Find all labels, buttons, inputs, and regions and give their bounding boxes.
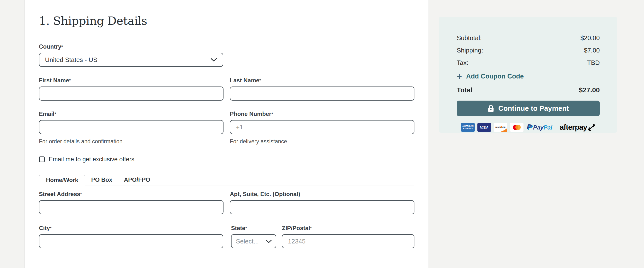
email-helper-text: For order details and confirmation	[39, 138, 224, 145]
state-select[interactable]: Select...	[231, 234, 276, 248]
svg-text:VISA: VISA	[480, 125, 488, 130]
checkout-page: 1. Shipping Details Country* United Stat…	[0, 0, 644, 268]
country-select-value: United States - US	[45, 56, 97, 64]
shipping-label: Shipping:	[457, 47, 483, 53]
continue-to-payment-button[interactable]: Continue to Payment	[457, 101, 600, 116]
apt-suite-field-group: Apt, Suite, Etc. (Optional)	[230, 191, 414, 214]
tab-po-box[interactable]: PO Box	[85, 175, 118, 185]
discover-card-icon: DISCOVER	[494, 123, 507, 132]
continue-to-payment-label: Continue to Payment	[498, 104, 569, 112]
country-select[interactable]: United States - US	[39, 53, 223, 67]
zip-input[interactable]	[282, 234, 414, 248]
phone-label: Phone Number*	[230, 110, 414, 118]
phone-helper-text: For delivery assistance	[230, 138, 414, 145]
tax-row: Tax: TBD	[457, 59, 600, 66]
subtotal-value: $20.00	[580, 35, 600, 41]
last-name-input[interactable]	[230, 86, 414, 101]
subtotal-row: Subtotal: $20.00	[457, 35, 600, 41]
street-address-label: Street Address*	[39, 191, 224, 198]
email-label: Email*	[39, 110, 224, 118]
visa-card-icon: VISA	[478, 123, 491, 132]
first-name-input[interactable]	[39, 86, 224, 101]
required-asterisk: *	[272, 112, 273, 116]
afterpay-logo: afterpay	[560, 123, 595, 132]
zip-label: ZIP/Postal*	[282, 225, 414, 232]
svg-text:P: P	[527, 123, 532, 131]
country-field-group: Country* United States - US	[39, 43, 414, 67]
svg-text:EXPRESS: EXPRESS	[463, 127, 473, 130]
required-asterisk: *	[310, 226, 312, 231]
tax-label: Tax:	[457, 59, 468, 66]
shipping-details-section: 1. Shipping Details Country* United Stat…	[24, 0, 429, 268]
amex-card-icon: AMERICAN EXPRESS	[461, 123, 475, 132]
required-asterisk: *	[80, 192, 82, 197]
required-asterisk: *	[69, 78, 71, 83]
svg-text:AMERICAN: AMERICAN	[462, 125, 474, 127]
add-coupon-link[interactable]: + Add Coupon Code	[457, 73, 600, 80]
zip-field-group: ZIP/Postal*	[282, 225, 414, 248]
total-row: Total $27.00	[457, 87, 600, 94]
total-label: Total	[457, 87, 472, 94]
phone-field-group: Phone Number* For delivery assistance	[230, 110, 414, 145]
last-name-field-group: Last Name*	[230, 77, 414, 101]
email-input[interactable]	[39, 120, 224, 134]
required-asterisk: *	[246, 226, 247, 231]
accepted-payment-methods: AMERICAN EXPRESS VISA DISCOVER P P	[457, 123, 600, 132]
apt-suite-label: Apt, Suite, Etc. (Optional)	[230, 191, 414, 198]
plus-icon: +	[457, 73, 462, 80]
state-field-group: State* Select...	[231, 225, 276, 248]
address-type-tabs: Home/Work PO Box APO/FPO	[39, 175, 414, 185]
add-coupon-label: Add Coupon Code	[466, 73, 524, 80]
email-optin-row: Email me to get exclusive offers	[39, 156, 414, 163]
street-address-input[interactable]	[39, 200, 224, 214]
afterpay-loop-arrow-icon	[588, 124, 595, 131]
email-optin-label[interactable]: Email me to get exclusive offers	[49, 156, 134, 163]
first-name-field-group: First Name*	[39, 77, 224, 101]
mastercard-icon	[510, 123, 524, 132]
subtotal-label: Subtotal:	[457, 35, 482, 41]
city-field-group: City*	[39, 225, 223, 248]
city-label: City*	[39, 225, 223, 232]
email-field-group: Email* For order details and confirmatio…	[39, 110, 224, 145]
apt-suite-input[interactable]	[230, 200, 414, 214]
phone-input[interactable]	[230, 120, 414, 134]
order-summary-panel: Subtotal: $20.00 Shipping: $7.00 Tax: TB…	[439, 17, 617, 133]
state-select-placeholder: Select...	[236, 238, 259, 245]
required-asterisk: *	[259, 78, 261, 83]
shipping-row: Shipping: $7.00	[457, 47, 600, 53]
required-asterisk: *	[54, 112, 56, 116]
lock-icon	[488, 104, 494, 112]
tab-home-work[interactable]: Home/Work	[39, 175, 85, 185]
state-label: State*	[231, 225, 276, 232]
street-address-field-group: Street Address*	[39, 191, 224, 214]
email-optin-checkbox[interactable]	[39, 156, 45, 162]
first-name-label: First Name*	[39, 77, 224, 84]
tax-value: TBD	[587, 59, 600, 66]
chevron-down-icon	[266, 239, 272, 244]
country-label: Country*	[39, 43, 414, 50]
afterpay-wordmark: afterpay	[560, 123, 587, 132]
last-name-label: Last Name*	[230, 77, 414, 84]
total-value: $27.00	[579, 87, 600, 94]
paypal-logo-icon: P P Pay Pal	[526, 123, 557, 132]
svg-text:Pal: Pal	[544, 124, 552, 131]
required-asterisk: *	[61, 44, 63, 49]
required-asterisk: *	[50, 226, 52, 231]
page-title: 1. Shipping Details	[39, 15, 414, 27]
shipping-value: $7.00	[584, 47, 600, 53]
svg-text:Pay: Pay	[533, 124, 544, 131]
tab-apo-fpo[interactable]: APO/FPO	[118, 175, 156, 185]
chevron-down-icon	[210, 58, 217, 62]
city-input[interactable]	[39, 234, 223, 248]
